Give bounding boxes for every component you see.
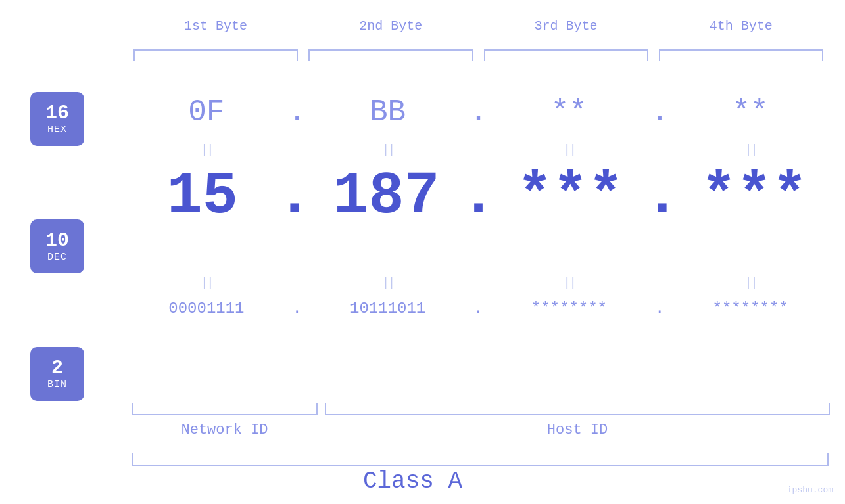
hex-val-1: 0F — [128, 95, 285, 129]
bin-dot-2: . — [466, 300, 491, 317]
column-headers: 1st Byte 2nd Byte 3rd Byte 4th Byte — [128, 18, 829, 34]
eq-1-2: || — [310, 143, 466, 158]
hex-dot-3: . — [647, 95, 672, 129]
dec-val-2: 187 — [312, 163, 461, 230]
eq-2-2: || — [310, 276, 466, 290]
top-brackets — [128, 49, 829, 61]
bin-badge-number: 2 — [51, 357, 63, 379]
equals-row-1: || || || || — [128, 143, 829, 158]
dec-val-4: *** — [680, 163, 829, 230]
col-header-4: 4th Byte — [654, 18, 829, 34]
dec-badge-label: DEC — [47, 252, 67, 263]
col-header-1: 1st Byte — [128, 18, 303, 34]
eq-2-1: || — [128, 276, 285, 290]
dec-val-3: *** — [496, 163, 645, 230]
dec-row: 15 . 187 . *** . *** — [128, 163, 829, 230]
host-id-label: Host ID — [325, 422, 830, 438]
hex-badge: 16 HEX — [30, 92, 84, 146]
hex-val-3: ** — [491, 95, 648, 129]
bracket-1 — [133, 49, 298, 61]
bin-val-3: ******** — [491, 300, 648, 317]
bin-dot-3: . — [647, 300, 672, 317]
bin-val-2: 10111011 — [310, 300, 466, 317]
hex-dot-2: . — [466, 95, 491, 129]
eq-1-4: || — [672, 143, 829, 158]
class-label: Class A — [0, 468, 825, 495]
full-bottom-bracket — [132, 453, 829, 466]
bin-dot-1: . — [285, 300, 310, 317]
bracket-3 — [484, 49, 648, 61]
eq-1-3: || — [491, 143, 648, 158]
bin-badge-label: BIN — [47, 379, 67, 390]
network-id-bracket — [132, 403, 318, 415]
bin-val-4: ******** — [672, 300, 829, 317]
watermark: ipshu.com — [787, 485, 833, 495]
badges-column: 16 HEX 10 DEC 2 BIN — [30, 92, 84, 401]
dec-badge-number: 10 — [45, 230, 69, 252]
bin-badge: 2 BIN — [30, 347, 84, 401]
hex-val-4: ** — [672, 95, 829, 129]
dec-dot-2: . — [460, 163, 496, 230]
hex-badge-number: 16 — [45, 103, 69, 124]
hex-val-2: BB — [310, 95, 466, 129]
eq-2-4: || — [672, 276, 829, 290]
main-container: 1st Byte 2nd Byte 3rd Byte 4th Byte 16 H… — [0, 0, 845, 504]
hex-badge-label: HEX — [47, 124, 67, 135]
hex-row: 0F . BB . ** . ** — [128, 95, 829, 129]
col-header-3: 3rd Byte — [479, 18, 654, 34]
bracket-4 — [659, 49, 823, 61]
bin-val-1: 00001111 — [128, 300, 285, 317]
col-header-2: 2nd Byte — [303, 18, 478, 34]
dec-dot-1: . — [277, 163, 312, 230]
dec-val-1: 15 — [128, 163, 277, 230]
equals-row-2: || || || || — [128, 276, 829, 290]
bracket-2 — [308, 49, 473, 61]
bin-row: 00001111 . 10111011 . ******** . *******… — [128, 300, 829, 317]
eq-2-3: || — [491, 276, 648, 290]
dec-dot-3: . — [644, 163, 680, 230]
hex-dot-1: . — [285, 95, 310, 129]
network-id-label: Network ID — [132, 422, 318, 438]
eq-1-1: || — [128, 143, 285, 158]
host-id-bracket — [325, 403, 830, 415]
dec-badge: 10 DEC — [30, 219, 84, 273]
